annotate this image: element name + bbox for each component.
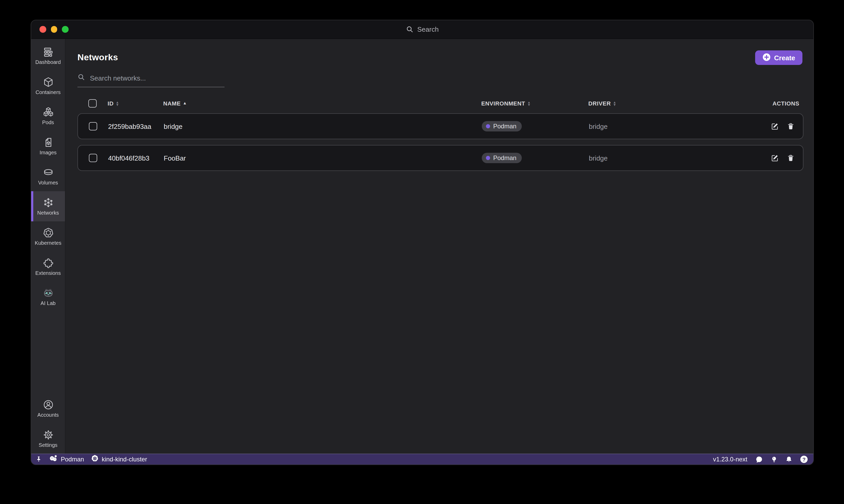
networks-icon: [42, 197, 54, 208]
feedback-chat-icon[interactable]: [755, 455, 763, 463]
sidebar-item-label: Pods: [42, 120, 54, 125]
header-id-label: ID: [108, 100, 113, 107]
table-row: 40bf046f28b3 FooBar Podman bridge: [77, 145, 804, 171]
sidebar-item-label: Kubernetes: [35, 240, 61, 246]
sidebar-item-label: Networks: [37, 210, 59, 216]
row-select-cell: [78, 122, 108, 130]
sidebar-item-images[interactable]: Images: [31, 131, 65, 161]
containers-icon: [42, 76, 54, 88]
help-icon[interactable]: [800, 456, 808, 463]
provider-label: Podman: [61, 456, 84, 463]
sidebar-item-label: Extensions: [35, 270, 61, 276]
delete-network-button[interactable]: [787, 154, 795, 162]
delete-network-button[interactable]: [787, 122, 795, 130]
sort-icon: [115, 101, 119, 106]
row-actions: [750, 154, 803, 162]
environment-cell: Podman: [482, 121, 589, 131]
pin-icon[interactable]: [35, 456, 42, 463]
sidebar-item-extensions[interactable]: Extensions: [31, 251, 65, 282]
sidebar-item-containers[interactable]: Containers: [31, 71, 65, 101]
extensions-icon: [42, 257, 54, 269]
header-environment[interactable]: ENVIRONMENT: [481, 100, 588, 107]
sidebar-item-dashboard[interactable]: Dashboard: [31, 40, 65, 71]
notifications-bell-icon[interactable]: [785, 455, 793, 463]
create-network-button[interactable]: Create: [755, 50, 803, 65]
statusbar-provider-podman[interactable]: Podman: [49, 454, 84, 465]
header-environment-label: ENVIRONMENT: [481, 100, 525, 107]
lightbulb-icon[interactable]: [771, 455, 777, 463]
header-driver-label: DRIVER: [588, 100, 611, 107]
podman-dot-icon: [486, 124, 490, 128]
plus-circle-icon: [762, 53, 770, 62]
network-name: FooBar: [164, 154, 482, 162]
row-select-cell: [78, 154, 108, 162]
network-id: 40bf046f28b3: [108, 154, 164, 162]
header-id[interactable]: ID: [108, 100, 163, 107]
sidebar-item-pods[interactable]: Pods: [31, 101, 65, 131]
row-checkbox[interactable]: [89, 154, 97, 162]
images-icon: [42, 137, 54, 148]
app-version: v1.23.0-next: [713, 456, 747, 463]
kubernetes-context-label: kind-kind-cluster: [102, 456, 147, 463]
screen: Search Dashboard: [0, 0, 844, 504]
header-actions-label: ACTIONS: [773, 100, 799, 107]
select-all-checkbox[interactable]: [88, 99, 97, 108]
header-actions: ACTIONS: [773, 100, 804, 107]
ai-lab-icon: [42, 287, 54, 299]
titlebar: Search: [31, 20, 813, 39]
edit-network-button[interactable]: [771, 122, 779, 130]
environment-badge: Podman: [482, 153, 522, 163]
environment-badge: Podman: [482, 121, 522, 131]
create-button-label: Create: [774, 54, 795, 61]
header-select-cell: [77, 99, 108, 108]
pods-icon: [42, 107, 54, 118]
volumes-icon: [42, 167, 54, 178]
sidebar-item-label: Containers: [36, 89, 61, 95]
sidebar-item-label: Settings: [39, 442, 57, 448]
environment-label: Podman: [493, 154, 516, 162]
sidebar-item-kubernetes[interactable]: Kubernetes: [31, 221, 65, 251]
environment-label: Podman: [493, 123, 516, 130]
close-window-button[interactable]: [39, 26, 46, 33]
accounts-icon: [42, 399, 54, 411]
network-id: 2f259bab93aa: [108, 122, 164, 130]
environment-cell: Podman: [482, 153, 589, 163]
sort-icon: [613, 101, 616, 106]
networks-page: Networks Create: [66, 39, 813, 454]
sidebar-item-label: Dashboard: [35, 59, 61, 65]
kubernetes-icon: [42, 227, 54, 238]
traffic-lights: [39, 20, 68, 38]
table-row: 2f259bab93aa bridge Podman bridge: [77, 113, 804, 139]
sidebar-item-settings[interactable]: Settings: [31, 424, 65, 454]
statusbar: Podman kind-kind-cluster v1.23.0-next: [31, 454, 813, 465]
networks-search: [77, 73, 225, 87]
edit-network-button[interactable]: [771, 154, 779, 162]
networks-search-input[interactable]: [90, 74, 225, 82]
global-search-field[interactable]: Search: [406, 25, 438, 33]
sidebar-item-networks[interactable]: Networks: [31, 191, 65, 221]
maximize-window-button[interactable]: [62, 26, 68, 33]
search-icon: [406, 25, 414, 33]
statusbar-kubernetes-context[interactable]: kind-kind-cluster: [91, 455, 147, 464]
sidebar: Dashboard Containers Pod: [31, 39, 66, 454]
header-driver[interactable]: DRIVER: [588, 100, 750, 107]
podman-dot-icon: [486, 156, 490, 160]
sidebar-item-ai-lab[interactable]: AI Lab: [31, 282, 65, 312]
statusbar-right: v1.23.0-next: [713, 455, 808, 463]
page-header: Networks Create: [66, 39, 813, 65]
row-checkbox[interactable]: [89, 122, 97, 130]
table-header: ID NAME ENVIRONMENT DRIVER ACTIONS: [77, 99, 804, 108]
dashboard-icon: [42, 46, 54, 58]
minimize-window-button[interactable]: [51, 26, 57, 33]
search-icon: [77, 73, 85, 83]
sidebar-item-volumes[interactable]: Volumes: [31, 161, 65, 191]
main-area: Dashboard Containers Pod: [31, 39, 813, 454]
sidebar-item-label: Volumes: [38, 180, 58, 185]
header-name[interactable]: NAME: [163, 100, 481, 107]
sort-icon: [527, 101, 531, 106]
global-search-label: Search: [417, 25, 438, 33]
network-driver: bridge: [589, 122, 750, 130]
sidebar-item-accounts[interactable]: Accounts: [31, 393, 65, 424]
sidebar-spacer: [31, 312, 65, 393]
sidebar-item-label: AI Lab: [40, 300, 56, 306]
